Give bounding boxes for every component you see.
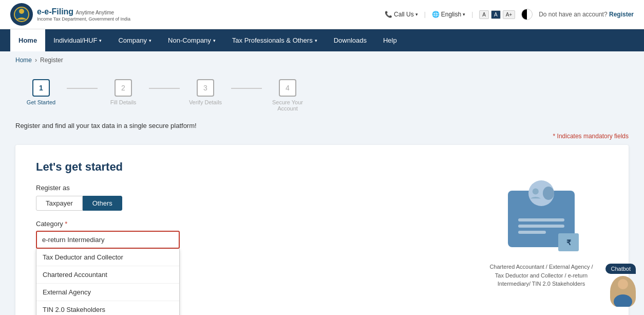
step-1-circle: 1	[32, 79, 50, 97]
step-2-label: Fill Details	[110, 99, 137, 105]
nav-downloads[interactable]: Downloads	[326, 29, 375, 51]
nav-downloads-label: Downloads	[334, 36, 367, 44]
illustration-avatar	[528, 180, 554, 206]
card-title: Let's get started	[36, 160, 454, 174]
register-as-label: Register as	[36, 184, 454, 192]
taxpayer-button[interactable]: Taxpayer	[36, 196, 83, 211]
font-controls: A A A+	[479, 10, 515, 19]
contrast-toggle[interactable]	[521, 9, 533, 20]
illustration-caption: Chartered Accountant / External Agency /…	[485, 263, 598, 288]
required-star: *	[63, 220, 68, 228]
nav-company-label: Company	[118, 36, 147, 44]
step-1: 1 Get Started	[15, 79, 67, 105]
step-group: 1 Get Started 2 Fill Details 3 Verify De…	[15, 79, 313, 112]
chevron-down-icon: ▾	[415, 12, 418, 17]
logo-efiling: e-e-Filing Anytime Anytime	[37, 7, 130, 16]
illustration-stamp: ₹	[558, 233, 579, 251]
step-4-circle: 4	[279, 79, 296, 97]
nav-non-company-label: Non-Company	[168, 36, 211, 44]
category-dropdown-list: Tax Deductor and Collector Chartered Acc…	[36, 249, 180, 315]
illustration-lines	[518, 218, 564, 234]
chevron-down-icon: ▾	[99, 38, 102, 43]
illus-line-2	[518, 225, 564, 228]
category-input[interactable]	[36, 231, 180, 249]
logo-subtitle: Income Tax Department, Government of Ind…	[37, 16, 130, 22]
globe-icon: 🌐	[432, 11, 440, 18]
others-button[interactable]: Others	[83, 196, 122, 211]
step-3-circle: 3	[197, 79, 214, 97]
svg-point-2	[533, 189, 539, 195]
register-link[interactable]: Register	[609, 11, 634, 18]
step-2-circle: 2	[115, 79, 132, 97]
nav-individual-label: Individual/HUF	[53, 36, 97, 44]
phone-icon: 📞	[385, 11, 392, 18]
nav-non-company[interactable]: Non-Company ▾	[160, 29, 224, 51]
svg-point-1	[19, 9, 24, 14]
top-bar-left: e-e-Filing Anytime Anytime Income Tax De…	[10, 3, 130, 26]
nav-help-label: Help	[383, 36, 397, 44]
nav-help[interactable]: Help	[375, 29, 405, 51]
step-3-label: Verify Details	[189, 99, 222, 105]
breadcrumb-home[interactable]: Home	[15, 57, 32, 64]
nav-bar: Home Individual/HUF ▾ Company ▾ Non-Comp…	[0, 29, 644, 51]
breadcrumb: Home › Register	[0, 51, 644, 69]
step-line-3	[231, 88, 262, 89]
category-label: Category *	[36, 220, 454, 228]
chevron-down-icon: ▾	[149, 38, 151, 43]
nav-individual[interactable]: Individual/HUF ▾	[45, 29, 110, 51]
illus-line-1	[518, 218, 564, 221]
divider: |	[471, 11, 473, 18]
logo-emblem	[10, 3, 33, 26]
call-button[interactable]: 📞 Call Us ▾	[385, 11, 418, 18]
nav-home-label: Home	[18, 36, 37, 44]
step-4-label: Secure Your Account	[262, 99, 313, 112]
dropdown-item-tax-deductor[interactable]: Tax Deductor and Collector	[36, 249, 179, 266]
dropdown-item-chartered[interactable]: Chartered Accountant	[36, 266, 179, 284]
step-line-1	[67, 88, 98, 89]
logo-area: e-e-Filing Anytime Anytime Income Tax De…	[10, 3, 130, 26]
step-2: 2 Fill Details	[98, 79, 149, 105]
category-dropdown-wrapper: Tax Deductor and Collector Chartered Acc…	[36, 231, 180, 249]
logo-text: e-e-Filing Anytime Anytime Income Tax De…	[37, 7, 130, 22]
font-small-button[interactable]: A	[479, 10, 489, 19]
font-large-button[interactable]: A+	[503, 10, 516, 19]
illus-line-3	[518, 231, 546, 234]
registration-card: Let's get started Register as Taxpayer O…	[15, 145, 629, 315]
step-line-2	[149, 88, 180, 89]
no-account-text: Do not have an account? Register	[539, 11, 634, 18]
step-4: 4 Secure Your Account	[262, 79, 313, 112]
mandatory-note: * Indicates mandatory fields	[15, 133, 629, 140]
breadcrumb-separator: ›	[35, 57, 37, 64]
chatbot-widget[interactable]: Chatbot	[605, 264, 636, 307]
chatbot-label: Chatbot	[605, 264, 636, 274]
dropdown-item-tin[interactable]: TIN 2.0 Stakeholders	[36, 301, 179, 315]
svg-point-5	[614, 294, 632, 307]
chatbot-avatar	[610, 276, 636, 307]
chevron-down-icon: ▾	[463, 12, 465, 17]
divider: |	[424, 11, 426, 18]
font-normal-button[interactable]: A	[491, 10, 501, 19]
chevron-down-icon: ▾	[213, 38, 216, 43]
nav-company[interactable]: Company ▾	[110, 29, 160, 51]
nav-tax-professionals[interactable]: Tax Professionals & Others ▾	[224, 29, 326, 51]
chevron-down-icon: ▾	[315, 38, 317, 43]
main-content: Register and find all your tax data in a…	[0, 117, 644, 315]
card-right: ₹ Chartered Accountant / External Agency…	[475, 160, 608, 304]
breadcrumb-current: Register	[40, 57, 63, 64]
top-bar: e-e-Filing Anytime Anytime Income Tax De…	[0, 0, 644, 29]
subtitle-text: Register and find all your tax data in a…	[15, 122, 629, 129]
step-3: 3 Verify Details	[180, 79, 231, 105]
language-selector[interactable]: 🌐 English ▾	[432, 11, 465, 18]
nav-tax-professionals-label: Tax Professionals & Others	[232, 36, 313, 44]
register-as-toggle: Taxpayer Others	[36, 196, 454, 211]
card-left: Let's get started Register as Taxpayer O…	[36, 160, 454, 304]
steps-container: 1 Get Started 2 Fill Details 3 Verify De…	[0, 69, 644, 117]
top-bar-right: 📞 Call Us ▾ | 🌐 English ▾ | A A A+ Do no…	[385, 9, 634, 20]
nav-home[interactable]: Home	[10, 29, 45, 51]
dropdown-item-external[interactable]: External Agency	[36, 284, 179, 301]
illustration-card: ₹	[508, 191, 575, 247]
step-1-label: Get Started	[27, 99, 55, 105]
illustration: ₹ Chartered Accountant / External Agency…	[485, 176, 598, 288]
svg-point-4	[618, 279, 628, 289]
